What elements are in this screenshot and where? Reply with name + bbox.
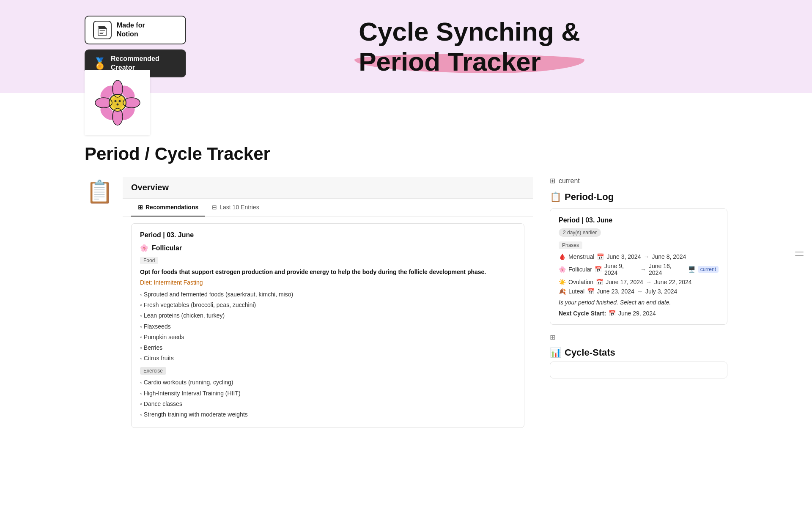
luteal-cal-icon: 📅 xyxy=(587,288,594,295)
scroll-line-1 xyxy=(795,252,804,252)
notion-icon xyxy=(93,21,112,39)
scroll-line-2 xyxy=(795,255,804,256)
ovulation-end: June 22, 2024 xyxy=(654,279,692,285)
notion-badge-text: Made for Notion xyxy=(117,21,145,39)
menstrual-start: June 3, 2024 xyxy=(606,253,641,260)
luteal-start: June 23, 2024 xyxy=(597,288,634,295)
follicular-name: Follicular xyxy=(568,266,592,273)
current-text: current xyxy=(559,177,580,185)
svg-point-13 xyxy=(112,97,123,109)
ovulation-start: June 17, 2024 xyxy=(606,279,643,285)
card-title: Period | 03. June xyxy=(140,231,516,239)
list-item: Lean proteins (chicken, turkey) xyxy=(140,310,516,321)
next-cycle-label: Next Cycle Start: xyxy=(559,310,606,317)
period-log-section-title: 📋 Period-Log xyxy=(550,192,727,203)
luteal-name: Luteal xyxy=(568,288,584,295)
header-title-wrapper: Cycle Synching & Period Tracker xyxy=(359,16,580,77)
follicular-cal-icon: 📅 xyxy=(595,266,602,273)
list-item: High-Intensity Interval Training (HIIT) xyxy=(140,388,516,399)
phase-entry-ovulation: ☀️ Ovulation 📅 June 17, 2024 → June 22, … xyxy=(559,279,719,285)
svg-point-15 xyxy=(118,100,121,102)
recommendation-card: Period | 03. June 🌸 Follicular Food Opt … xyxy=(131,223,524,428)
overview-section: Overview ⊞ Recommendations ⊟ Last 10 Ent… xyxy=(123,177,533,435)
phase-entry-follicular: 🌸 Follicular 📅 June 9, 2024 → June 16, 2… xyxy=(559,263,719,276)
flower-icon-container xyxy=(85,70,150,135)
food-tag: Food xyxy=(140,257,158,264)
follicular-start: June 9, 2024 xyxy=(604,263,638,276)
ovulation-name: Ovulation xyxy=(568,279,593,285)
ovulation-cal-icon: 📅 xyxy=(596,279,603,285)
next-cycle-date: June 29, 2024 xyxy=(618,310,656,317)
current-phase-badge: current xyxy=(698,266,719,273)
tab-last-entries-label: Last 10 Entries xyxy=(219,204,259,211)
page-title: Period / Cycle Tracker xyxy=(85,144,727,164)
menstrual-end: June 8, 2024 xyxy=(652,253,686,260)
period-log-card: Period | 03. June 2 day(s) earlier Phase… xyxy=(550,208,727,325)
cycle-stats-icon: 📊 xyxy=(550,347,561,358)
phase-emoji: 🌸 xyxy=(140,244,148,252)
grid-icon-2: ⊞ xyxy=(550,333,555,341)
follicular-end: June 16, 2024 xyxy=(649,263,686,276)
cycle-stats-title: 📊 Cycle-Stats xyxy=(550,347,727,358)
tabs-row: ⊞ Recommendations ⊟ Last 10 Entries xyxy=(123,199,533,217)
follicular-emoji: 🌸 xyxy=(559,266,566,273)
header-left: Made for Notion 🏅 Recommended Creator xyxy=(85,16,186,77)
next-cycle-row: Next Cycle Start: 📅 June 29, 2024 xyxy=(559,310,719,317)
ovulation-emoji: ☀️ xyxy=(559,279,566,285)
svg-point-16 xyxy=(116,103,118,105)
current-icon: 🖥️ xyxy=(688,266,695,273)
diet-link[interactable]: Diet: Intermitent Fasting xyxy=(140,279,516,286)
tab-grid-icon: ⊞ xyxy=(138,204,143,211)
list-item: Flaxseeds xyxy=(140,321,516,332)
period-log-icon: 📋 xyxy=(550,192,561,203)
food-description: Opt for foods that support estrogen prod… xyxy=(140,268,516,277)
period-question: Is your period finished. Select an end d… xyxy=(559,299,719,306)
menstrual-cal-icon: 📅 xyxy=(597,253,604,260)
tab-recommendations[interactable]: ⊞ Recommendations xyxy=(131,199,205,217)
notebook-icon: 📋 xyxy=(85,177,114,206)
overview-row: 📋 Overview ⊞ Recommendations ⊟ xyxy=(85,177,533,435)
phase-row: 🌸 Follicular xyxy=(140,244,516,252)
luteal-emoji: 🍂 xyxy=(559,288,566,295)
exercise-list: Cardio workouts (running, cycling) High-… xyxy=(140,377,516,420)
grid-icon: ⊞ xyxy=(550,177,555,185)
menstrual-emoji: 🩸 xyxy=(559,253,566,260)
svg-point-14 xyxy=(114,100,116,102)
main-content: Period / Cycle Tracker 📋 Overview ⊞ xyxy=(0,127,812,443)
award-icon: 🏅 xyxy=(93,57,107,70)
tab-last-entries[interactable]: ⊟ Last 10 Entries xyxy=(205,199,266,217)
tab-recommendations-label: Recommendations xyxy=(145,204,198,211)
menstrual-name: Menstrual xyxy=(568,253,594,260)
scrollbar-indicator[interactable] xyxy=(795,252,804,256)
luteal-end: July 3, 2024 xyxy=(645,288,678,295)
list-item: Cardio workouts (running, cycling) xyxy=(140,377,516,388)
flower-icon xyxy=(94,79,141,126)
food-list: Sprouted and fermented foods (sauerkraut… xyxy=(140,289,516,364)
list-item: Fresh vegetables (broccoli, peas, zucchi… xyxy=(140,300,516,310)
next-cycle-cal-icon: 📅 xyxy=(609,310,616,317)
phase-entry-menstrual: 🩸 Menstrual 📅 June 3, 2024 → June 8, 202… xyxy=(559,253,719,260)
phase-name: Follicular xyxy=(152,244,182,252)
content-grid: 📋 Overview ⊞ Recommendations ⊟ xyxy=(85,177,727,435)
period-log-title: Period | 03. June xyxy=(559,217,719,224)
overview-title: Overview xyxy=(131,183,169,192)
left-column: 📋 Overview ⊞ Recommendations ⊟ xyxy=(85,177,533,435)
flower-area xyxy=(0,93,812,127)
notion-badge: Made for Notion xyxy=(85,16,186,44)
phases-label: Phases xyxy=(559,241,582,249)
list-item: Sprouted and fermented foods (sauerkraut… xyxy=(140,289,516,300)
right-column: ⊞ current 📋 Period-Log Period | 03. June… xyxy=(550,177,727,435)
current-label: ⊞ current xyxy=(550,177,727,185)
list-item: Pumpkin seeds xyxy=(140,332,516,343)
exercise-tag: Exercise xyxy=(140,367,166,375)
tab-table-icon: ⊟ xyxy=(212,204,217,211)
list-item: Berries xyxy=(140,343,516,353)
icon-grid-row: ⊞ xyxy=(550,333,727,341)
list-item: Strength training with moderate weights xyxy=(140,409,516,420)
cycle-stats-card-preview xyxy=(550,362,727,378)
early-badge: 2 day(s) earlier xyxy=(559,228,601,237)
list-item: Citrus fruits xyxy=(140,353,516,364)
phase-entry-luteal: 🍂 Luteal 📅 June 23, 2024 → July 3, 2024 xyxy=(559,288,719,295)
page-main-title: Cycle Synching & Period Tracker xyxy=(359,16,580,77)
overview-header: Overview xyxy=(123,177,533,199)
